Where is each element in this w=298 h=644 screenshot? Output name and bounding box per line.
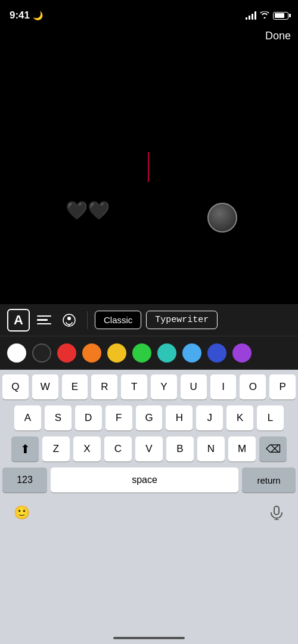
svg-point-1 [67,317,71,320]
key-y[interactable]: Y [151,374,177,400]
keyboard-row-1: Q W E R T Y U I O P [2,374,296,400]
color-purple[interactable] [232,343,252,363]
num-key[interactable]: 123 [2,467,47,493]
wifi-icon [260,11,269,20]
key-h[interactable]: H [166,405,193,431]
color-picker [0,336,298,370]
key-t[interactable]: T [121,374,147,400]
svg-rect-3 [274,506,279,515]
status-bar: 9:41 🌙 [0,0,298,26]
canvas-area[interactable]: Done 🖤🖤 [0,0,298,310]
key-e[interactable]: E [62,374,88,400]
emoji-button[interactable]: 🙂 [10,501,33,525]
keyboard-row-2: A S D F G H J K L [2,405,296,431]
battery-icon [273,12,288,20]
text-cursor [148,152,149,182]
key-u[interactable]: U [181,374,207,400]
style-classic[interactable]: Classic [95,311,141,329]
key-l[interactable]: L [257,405,284,431]
status-icons [246,11,288,20]
home-indicator [113,637,185,639]
status-time: 9:41 [10,10,30,21]
key-o[interactable]: O [240,374,266,400]
color-black[interactable] [32,343,51,363]
delete-key[interactable]: ⌫ [259,436,287,462]
key-q[interactable]: Q [2,374,29,400]
signal-icon [246,11,256,20]
circle-element[interactable] [207,203,237,233]
key-j[interactable]: J [196,405,223,431]
hearts-decoration: 🖤🖤 [66,200,110,221]
space-row: 123 space return [0,467,298,493]
done-button[interactable]: Done [265,30,291,42]
key-x[interactable]: X [73,436,101,462]
return-key[interactable]: return [242,467,296,493]
key-m[interactable]: M [228,436,256,462]
text-align-button[interactable] [35,311,54,330]
key-f[interactable]: F [105,405,132,431]
keyboard-row-3: ⬆ Z X C V B N M ⌫ [2,436,296,462]
style-typewriter[interactable]: Typewriter [146,311,218,329]
color-green[interactable] [132,343,151,363]
key-i[interactable]: I [210,374,237,400]
color-teal[interactable] [157,343,176,363]
color-blue[interactable] [182,343,201,363]
key-c[interactable]: C [104,436,132,462]
keyboard: Q W E R T Y U I O P A S D F G H J K L ⬆ … [0,370,298,644]
moon-icon: 🌙 [33,11,43,20]
key-a[interactable]: A [14,405,41,431]
color-orange[interactable] [82,343,101,363]
voice-button[interactable] [58,309,80,331]
space-key[interactable]: space [51,467,238,493]
toolbar-divider [87,311,88,329]
key-b[interactable]: B [166,436,194,462]
key-d[interactable]: D [75,405,102,431]
color-yellow[interactable] [107,343,126,363]
emoji-mic-row: 🙂 [0,499,298,527]
color-red[interactable] [57,343,76,363]
color-indigo[interactable] [207,343,226,363]
mic-button[interactable] [265,501,288,525]
shift-key[interactable]: ⬆ [11,436,39,462]
color-white[interactable] [7,343,26,363]
key-k[interactable]: K [226,405,253,431]
style-options: Classic Typewriter [95,311,291,329]
toolbar-area: A Classic Typewriter [0,304,298,336]
key-v[interactable]: V [135,436,163,462]
key-s[interactable]: S [45,405,72,431]
key-z[interactable]: Z [42,436,70,462]
key-p[interactable]: P [269,374,296,400]
key-w[interactable]: W [32,374,58,400]
key-r[interactable]: R [91,374,117,400]
font-style-button[interactable]: A [7,309,30,332]
key-g[interactable]: G [136,405,163,431]
key-n[interactable]: N [197,436,225,462]
